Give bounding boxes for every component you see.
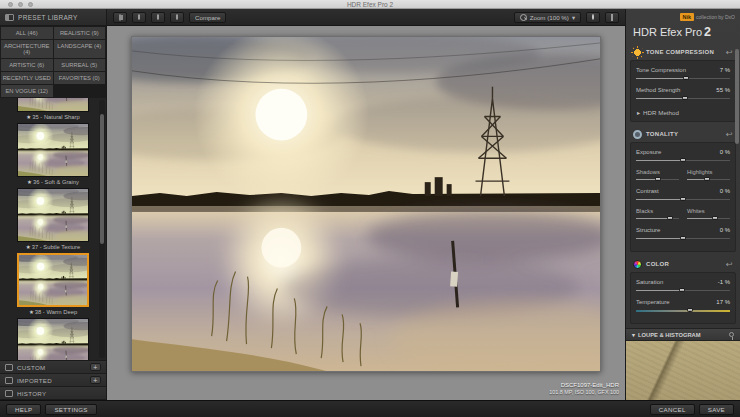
pin-icon[interactable] <box>729 332 734 337</box>
slider-track[interactable] <box>636 158 730 163</box>
tonality-icon <box>633 130 642 139</box>
preset-item-38-selected[interactable]: ★38 - Warm Deep <box>11 253 95 315</box>
slider-handle[interactable] <box>680 236 686 240</box>
category-realistic[interactable]: REALISTIC (9) <box>54 27 106 39</box>
preset-thumbnail[interactable] <box>17 98 89 112</box>
preset-thumbnail[interactable] <box>17 253 89 307</box>
custom-label: CUSTOM <box>17 364 46 371</box>
slider-track[interactable] <box>636 236 730 241</box>
image-canvas: DSCF1097-Edit_HDR 101.8 MP, ISO 100, GFX… <box>107 26 625 400</box>
file-info: DSCF1097-Edit_HDR 101.8 MP, ISO 100, GFX… <box>549 382 619 396</box>
slider-track[interactable] <box>636 288 730 293</box>
slider-handle[interactable] <box>712 216 718 220</box>
compare-button[interactable]: Compare <box>189 12 226 23</box>
scrollbar-thumb[interactable] <box>100 114 104 244</box>
category-architecture[interactable]: ARCHITECTURE (4) <box>1 40 53 58</box>
help-button[interactable]: HELP <box>6 404 41 415</box>
highlights-track[interactable] <box>687 177 730 182</box>
slider-handle[interactable] <box>679 288 685 292</box>
panel-title: HDR Efex Pro2 <box>626 22 740 44</box>
saturation-slider: Saturation-1 % <box>636 279 730 293</box>
history-label: HISTORY <box>17 390 46 397</box>
import-preset-button[interactable]: + <box>90 376 101 384</box>
imported-section[interactable]: IMPORTED + <box>0 374 106 387</box>
tone-compression-header[interactable]: TONE COMPRESSION ↩ <box>626 44 740 60</box>
tonality-body: Exposure0 % Shadows Highlights Contrast0… <box>630 142 736 252</box>
color-body: Saturation-1 % Temperature17 % <box>630 272 736 324</box>
preset-thumbnail-list: ★35 - Natural Sharp ★36 - Soft & Grainy … <box>0 98 106 360</box>
side-by-side-view-button[interactable] <box>170 12 184 23</box>
tonality-header[interactable]: TONALITY ↩ <box>626 126 740 142</box>
reset-tonality-icon[interactable]: ↩ <box>726 130 733 139</box>
slider-handle[interactable] <box>680 197 686 201</box>
add-custom-preset-button[interactable]: + <box>90 363 101 371</box>
preset-item-37[interactable]: ★37 - Subtle Texture <box>11 188 95 250</box>
slider-handle[interactable] <box>680 158 686 162</box>
toggle-left-panel-button[interactable] <box>113 12 127 23</box>
collapse-panel-icon[interactable] <box>5 14 14 21</box>
hdr-method-disclosure[interactable]: ▸ HDR Method <box>636 107 730 117</box>
settings-button[interactable]: SETTINGS <box>45 404 96 415</box>
category-artistic[interactable]: ARTISTIC (6) <box>1 59 53 71</box>
temperature-track[interactable] <box>636 308 730 313</box>
category-recently-used[interactable]: RECENTLY USED <box>1 72 53 84</box>
whites-track[interactable] <box>687 216 730 221</box>
reset-color-icon[interactable]: ↩ <box>726 260 733 269</box>
single-view-button[interactable] <box>132 12 146 23</box>
slider-track[interactable] <box>636 76 730 81</box>
preset-thumbnail[interactable] <box>17 318 89 360</box>
preset-thumbnail[interactable] <box>17 123 89 177</box>
favorite-star-icon[interactable]: ★ <box>26 114 31 120</box>
preset-thumbnail[interactable] <box>17 188 89 242</box>
favorite-star-icon[interactable]: ★ <box>26 244 31 250</box>
favorite-star-icon[interactable]: ★ <box>27 179 32 185</box>
cancel-button[interactable]: CANCEL <box>650 404 695 415</box>
loupe-preview[interactable] <box>626 341 740 400</box>
save-button[interactable]: SAVE <box>699 404 734 415</box>
caret-right-icon: ▸ <box>637 109 640 116</box>
slider-handle[interactable] <box>667 216 673 220</box>
shadows-track[interactable] <box>636 177 679 182</box>
frame-button[interactable] <box>605 12 619 23</box>
side-by-side-icon <box>176 14 178 20</box>
custom-section[interactable]: CUSTOM + <box>0 361 106 374</box>
favorite-star-icon[interactable]: ★ <box>29 309 34 315</box>
category-surreal[interactable]: SURREAL (5) <box>54 59 106 71</box>
preset-item-35[interactable]: ★35 - Natural Sharp <box>11 98 95 120</box>
preset-item-39[interactable] <box>11 318 95 360</box>
history-section[interactable]: HISTORY <box>0 387 106 400</box>
color-header[interactable]: COLOR ↩ <box>626 256 740 272</box>
preset-item-36[interactable]: ★36 - Soft & Grainy <box>11 123 95 185</box>
preset-label: 38 - Warm Deep <box>35 309 77 315</box>
custom-icon <box>5 364 13 371</box>
window-titlebar: HDR Efex Pro 2 <box>0 0 740 9</box>
imported-label: IMPORTED <box>17 377 52 384</box>
main-toolbar: Compare Zoom (100 %) ▾ <box>107 9 625 26</box>
slider-handle[interactable] <box>704 177 710 181</box>
chevron-down-icon: ▾ <box>572 14 575 21</box>
slider-track[interactable] <box>636 96 730 101</box>
slider-handle[interactable] <box>687 308 693 312</box>
reset-tone-icon[interactable]: ↩ <box>726 48 733 57</box>
split-view-button[interactable] <box>151 12 165 23</box>
panel-scrollbar-thumb[interactable] <box>735 49 739 144</box>
caret-down-icon: ▾ <box>632 332 635 338</box>
preset-library-header[interactable]: PRESET LIBRARY <box>0 9 106 26</box>
category-favorites[interactable]: FAVORITES (0) <box>54 72 106 84</box>
slider-handle[interactable] <box>683 76 689 80</box>
background-color-button[interactable] <box>586 12 600 23</box>
category-en-vogue[interactable]: EN VOGUE (12) <box>1 85 53 97</box>
slider-track[interactable] <box>636 197 730 202</box>
slider-handle[interactable] <box>655 177 661 181</box>
category-all[interactable]: ALL (46) <box>1 27 53 39</box>
category-landscape[interactable]: LANDSCAPE (4) <box>54 40 106 58</box>
loupe-histogram-header[interactable]: ▾ LOUPE & HISTOGRAM <box>626 328 740 341</box>
shadows-highlights-pair: Shadows Highlights <box>636 169 730 182</box>
blacks-track[interactable] <box>636 216 679 221</box>
preset-label: 37 - Subtle Texture <box>32 244 81 250</box>
window-title: HDR Efex Pro 2 <box>0 1 740 8</box>
tone-compression-slider: Tone Compression7 % <box>636 67 730 81</box>
zoom-dropdown[interactable]: Zoom (100 %) ▾ <box>514 12 581 23</box>
preset-list-scrollbar[interactable] <box>99 100 105 358</box>
slider-handle[interactable] <box>682 96 688 100</box>
